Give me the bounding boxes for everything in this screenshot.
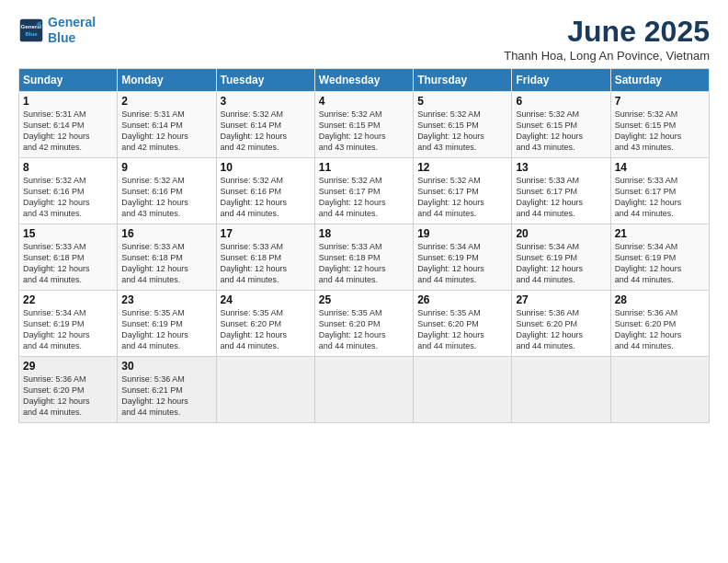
day-number: 11 bbox=[319, 161, 409, 174]
calendar-cell: 2Sunrise: 5:31 AM Sunset: 6:14 PM Daylig… bbox=[118, 92, 216, 158]
day-detail: Sunrise: 5:33 AM Sunset: 6:18 PM Dayligh… bbox=[121, 241, 211, 286]
calendar-week-row: 1Sunrise: 5:31 AM Sunset: 6:14 PM Daylig… bbox=[19, 92, 710, 158]
header-cell-friday: Friday bbox=[512, 69, 610, 92]
header-cell-thursday: Thursday bbox=[414, 69, 512, 92]
logo: General Blue General Blue bbox=[18, 15, 96, 46]
calendar-cell: 27Sunrise: 5:36 AM Sunset: 6:20 PM Dayli… bbox=[512, 291, 610, 357]
day-number: 27 bbox=[516, 293, 606, 306]
day-number: 26 bbox=[417, 293, 507, 306]
day-detail: Sunrise: 5:36 AM Sunset: 6:20 PM Dayligh… bbox=[615, 307, 705, 352]
calendar-cell: 30Sunrise: 5:36 AM Sunset: 6:21 PM Dayli… bbox=[118, 357, 216, 423]
day-detail: Sunrise: 5:34 AM Sunset: 6:19 PM Dayligh… bbox=[417, 241, 507, 286]
calendar-cell: 17Sunrise: 5:33 AM Sunset: 6:18 PM Dayli… bbox=[216, 224, 314, 291]
day-detail: Sunrise: 5:34 AM Sunset: 6:19 PM Dayligh… bbox=[23, 307, 113, 352]
calendar-cell: 3Sunrise: 5:32 AM Sunset: 6:14 PM Daylig… bbox=[216, 92, 314, 158]
calendar-subtitle: Thanh Hoa, Long An Povince, Vietnam bbox=[504, 49, 710, 63]
calendar-cell bbox=[512, 357, 610, 423]
calendar-cell: 4Sunrise: 5:32 AM Sunset: 6:15 PM Daylig… bbox=[314, 92, 413, 158]
calendar-cell: 23Sunrise: 5:35 AM Sunset: 6:19 PM Dayli… bbox=[118, 291, 216, 357]
day-detail: Sunrise: 5:32 AM Sunset: 6:15 PM Dayligh… bbox=[615, 109, 705, 154]
day-number: 15 bbox=[23, 227, 113, 240]
calendar-cell: 11Sunrise: 5:32 AM Sunset: 6:17 PM Dayli… bbox=[314, 158, 413, 224]
day-number: 23 bbox=[121, 293, 211, 306]
day-detail: Sunrise: 5:34 AM Sunset: 6:19 PM Dayligh… bbox=[615, 241, 705, 286]
calendar-page: General Blue General Blue June 2025 Than… bbox=[0, 0, 728, 563]
calendar-cell bbox=[610, 357, 709, 423]
day-detail: Sunrise: 5:31 AM Sunset: 6:14 PM Dayligh… bbox=[23, 109, 113, 154]
day-detail: Sunrise: 5:36 AM Sunset: 6:21 PM Dayligh… bbox=[121, 373, 211, 419]
calendar-cell: 13Sunrise: 5:33 AM Sunset: 6:17 PM Dayli… bbox=[512, 158, 610, 224]
day-number: 6 bbox=[516, 95, 606, 108]
calendar-cell: 14Sunrise: 5:33 AM Sunset: 6:17 PM Dayli… bbox=[610, 158, 709, 224]
calendar-week-row: 22Sunrise: 5:34 AM Sunset: 6:19 PM Dayli… bbox=[19, 291, 710, 357]
day-detail: Sunrise: 5:34 AM Sunset: 6:19 PM Dayligh… bbox=[516, 241, 606, 286]
day-detail: Sunrise: 5:35 AM Sunset: 6:20 PM Dayligh… bbox=[319, 307, 409, 352]
day-number: 1 bbox=[23, 95, 113, 108]
calendar-cell bbox=[216, 357, 314, 423]
day-detail: Sunrise: 5:36 AM Sunset: 6:20 PM Dayligh… bbox=[516, 307, 606, 352]
day-detail: Sunrise: 5:33 AM Sunset: 6:18 PM Dayligh… bbox=[221, 241, 311, 286]
day-detail: Sunrise: 5:33 AM Sunset: 6:18 PM Dayligh… bbox=[23, 241, 113, 286]
header-cell-monday: Monday bbox=[118, 69, 216, 92]
day-detail: Sunrise: 5:33 AM Sunset: 6:17 PM Dayligh… bbox=[516, 175, 606, 220]
day-detail: Sunrise: 5:33 AM Sunset: 6:17 PM Dayligh… bbox=[615, 175, 705, 220]
calendar-cell: 1Sunrise: 5:31 AM Sunset: 6:14 PM Daylig… bbox=[19, 92, 118, 158]
day-number: 9 bbox=[121, 161, 211, 174]
calendar-cell bbox=[414, 357, 512, 423]
day-number: 3 bbox=[221, 95, 311, 108]
calendar-cell: 22Sunrise: 5:34 AM Sunset: 6:19 PM Dayli… bbox=[19, 291, 118, 357]
day-number: 13 bbox=[516, 161, 606, 174]
calendar-cell: 25Sunrise: 5:35 AM Sunset: 6:20 PM Dayli… bbox=[314, 291, 413, 357]
calendar-cell: 5Sunrise: 5:32 AM Sunset: 6:15 PM Daylig… bbox=[414, 92, 512, 158]
day-number: 25 bbox=[319, 293, 409, 306]
day-number: 16 bbox=[121, 227, 211, 240]
calendar-cell: 15Sunrise: 5:33 AM Sunset: 6:18 PM Dayli… bbox=[19, 224, 118, 291]
header-cell-tuesday: Tuesday bbox=[216, 69, 314, 92]
calendar-cell: 7Sunrise: 5:32 AM Sunset: 6:15 PM Daylig… bbox=[610, 92, 709, 158]
day-detail: Sunrise: 5:33 AM Sunset: 6:18 PM Dayligh… bbox=[319, 241, 409, 286]
calendar-cell: 8Sunrise: 5:32 AM Sunset: 6:16 PM Daylig… bbox=[19, 158, 118, 224]
header-cell-saturday: Saturday bbox=[610, 69, 709, 92]
day-number: 12 bbox=[417, 161, 507, 174]
calendar-cell: 6Sunrise: 5:32 AM Sunset: 6:15 PM Daylig… bbox=[512, 92, 610, 158]
calendar-cell: 16Sunrise: 5:33 AM Sunset: 6:18 PM Dayli… bbox=[118, 224, 216, 291]
day-number: 10 bbox=[221, 161, 311, 174]
day-number: 29 bbox=[23, 360, 113, 373]
header-cell-wednesday: Wednesday bbox=[314, 69, 413, 92]
calendar-cell: 21Sunrise: 5:34 AM Sunset: 6:19 PM Dayli… bbox=[610, 224, 709, 291]
calendar-cell: 10Sunrise: 5:32 AM Sunset: 6:16 PM Dayli… bbox=[216, 158, 314, 224]
calendar-week-row: 15Sunrise: 5:33 AM Sunset: 6:18 PM Dayli… bbox=[19, 224, 710, 291]
day-detail: Sunrise: 5:35 AM Sunset: 6:20 PM Dayligh… bbox=[221, 307, 311, 352]
day-number: 20 bbox=[516, 227, 606, 240]
calendar-title: June 2025 bbox=[504, 15, 710, 49]
day-number: 4 bbox=[319, 95, 409, 108]
header: General Blue General Blue June 2025 Than… bbox=[18, 15, 710, 63]
day-detail: Sunrise: 5:32 AM Sunset: 6:15 PM Dayligh… bbox=[516, 109, 606, 154]
day-detail: Sunrise: 5:32 AM Sunset: 6:16 PM Dayligh… bbox=[221, 175, 311, 220]
day-number: 24 bbox=[221, 293, 311, 306]
calendar-cell: 29Sunrise: 5:36 AM Sunset: 6:20 PM Dayli… bbox=[19, 357, 118, 423]
calendar-week-row: 29Sunrise: 5:36 AM Sunset: 6:20 PM Dayli… bbox=[19, 357, 710, 423]
calendar-table: SundayMondayTuesdayWednesdayThursdayFrid… bbox=[18, 68, 710, 423]
calendar-cell: 19Sunrise: 5:34 AM Sunset: 6:19 PM Dayli… bbox=[414, 224, 512, 291]
day-detail: Sunrise: 5:32 AM Sunset: 6:16 PM Dayligh… bbox=[121, 175, 211, 220]
day-number: 21 bbox=[615, 227, 705, 240]
title-block: June 2025 Thanh Hoa, Long An Povince, Vi… bbox=[504, 15, 710, 63]
svg-text:Blue: Blue bbox=[25, 30, 38, 37]
calendar-header-row: SundayMondayTuesdayWednesdayThursdayFrid… bbox=[19, 69, 710, 92]
day-number: 2 bbox=[121, 95, 211, 108]
day-number: 7 bbox=[615, 95, 705, 108]
calendar-cell: 20Sunrise: 5:34 AM Sunset: 6:19 PM Dayli… bbox=[512, 224, 610, 291]
day-detail: Sunrise: 5:36 AM Sunset: 6:20 PM Dayligh… bbox=[23, 373, 113, 419]
day-number: 30 bbox=[121, 360, 211, 373]
day-number: 19 bbox=[417, 227, 507, 240]
calendar-cell: 24Sunrise: 5:35 AM Sunset: 6:20 PM Dayli… bbox=[216, 291, 314, 357]
day-number: 14 bbox=[615, 161, 705, 174]
day-detail: Sunrise: 5:32 AM Sunset: 6:15 PM Dayligh… bbox=[319, 109, 409, 154]
calendar-cell: 12Sunrise: 5:32 AM Sunset: 6:17 PM Dayli… bbox=[414, 158, 512, 224]
day-detail: Sunrise: 5:32 AM Sunset: 6:17 PM Dayligh… bbox=[417, 175, 507, 220]
day-number: 8 bbox=[23, 161, 113, 174]
logo-icon: General Blue bbox=[18, 17, 44, 43]
calendar-week-row: 8Sunrise: 5:32 AM Sunset: 6:16 PM Daylig… bbox=[19, 158, 710, 224]
day-detail: Sunrise: 5:31 AM Sunset: 6:14 PM Dayligh… bbox=[121, 109, 211, 154]
